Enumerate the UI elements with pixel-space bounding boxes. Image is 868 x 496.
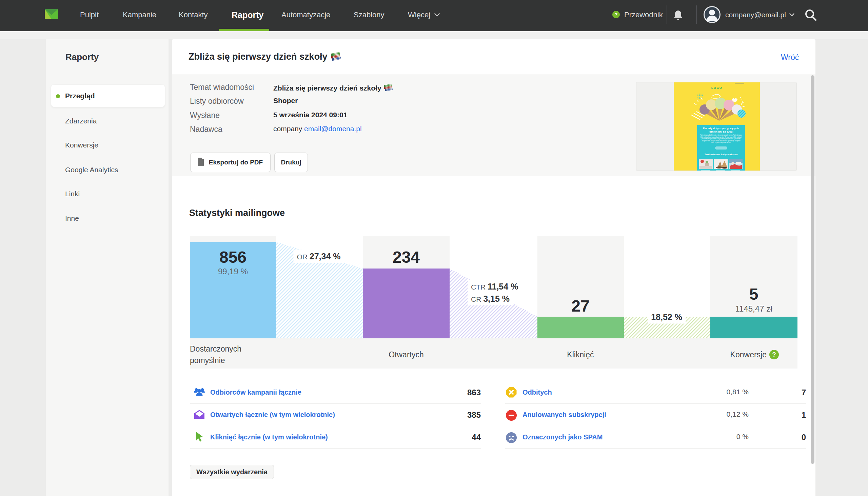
svg-text:?: ? xyxy=(772,351,776,358)
svg-text:?: ? xyxy=(615,12,617,17)
